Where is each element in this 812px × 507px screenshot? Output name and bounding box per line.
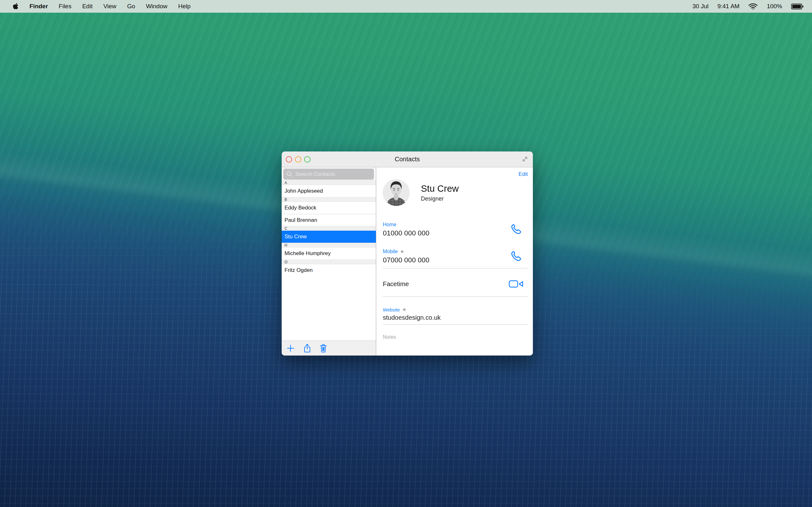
contacts-window: Contacts [282, 152, 533, 355]
window-title: Contacts [282, 156, 533, 163]
trash-icon [319, 343, 327, 353]
notes-field[interactable]: Notes [383, 334, 528, 355]
call-mobile-button[interactable] [510, 250, 523, 263]
facetime-row: Facetime [383, 268, 528, 296]
contact-role: Designer [421, 195, 459, 202]
favorite-star-icon: ★ [402, 307, 406, 313]
contacts-sidebar: A John Appleseed B Eddy Bedock Paul Bren… [282, 167, 376, 355]
menu-clock[interactable]: 9:41 AM [717, 3, 740, 10]
phone-icon [510, 223, 523, 236]
search-area [282, 167, 376, 180]
website-field: Website ★ studoesdesign.co.uk [383, 297, 528, 325]
contact-row-paul-brennan[interactable]: Paul Brennan [282, 214, 376, 226]
battery-icon[interactable] [791, 3, 804, 9]
section-header: B [282, 197, 376, 202]
contact-avatar [383, 179, 409, 206]
contact-name: Stu Crew [421, 183, 459, 194]
phone-icon [510, 250, 523, 263]
website-url: studoesdesign.co.uk [383, 314, 528, 321]
plus-icon [286, 344, 295, 353]
phone-field-home: Home 01000 000 000 [383, 222, 528, 237]
field-label: Mobile [383, 249, 398, 255]
field-label: Website [383, 307, 400, 313]
delete-contact-button[interactable] [319, 343, 327, 353]
menu-item-view[interactable]: View [103, 3, 116, 10]
facetime-call-button[interactable] [509, 280, 523, 288]
contact-row-fritz-ogden[interactable]: Fritz Ogden [282, 264, 376, 276]
menu-item-help[interactable]: Help [178, 3, 191, 10]
phone-number: 07000 000 000 [383, 256, 528, 264]
expand-diagonal-arrows-icon [521, 155, 529, 163]
menu-bar: Finder Files Edit View Go Window Help 30… [0, 0, 812, 13]
battery-percent: 100% [767, 3, 782, 10]
menu-item-files[interactable]: Files [59, 3, 71, 10]
contact-list: A John Appleseed B Eddy Bedock Paul Bren… [282, 180, 376, 341]
add-contact-button[interactable] [286, 344, 295, 353]
video-camera-icon [509, 280, 523, 288]
menu-item-finder[interactable]: Finder [30, 3, 48, 10]
share-icon [303, 343, 311, 353]
section-header: A [282, 180, 376, 185]
apple-icon [13, 3, 19, 10]
edit-button[interactable]: Edit [519, 171, 528, 177]
favorite-star-icon: ★ [400, 249, 404, 255]
section-header: O [282, 260, 376, 264]
section-header: C [282, 226, 376, 231]
apple-menu[interactable] [13, 3, 19, 10]
contact-detail-pane: Edit [376, 167, 533, 355]
contact-row-michelle-humphrey[interactable]: Michelle Humphrey [282, 247, 376, 260]
menu-item-edit[interactable]: Edit [82, 3, 93, 10]
phone-field-mobile: Mobile ★ 07000 000 000 [383, 249, 528, 268]
expand-fullscreen-button[interactable] [521, 155, 529, 163]
share-contact-button[interactable] [303, 343, 311, 353]
call-home-button[interactable] [510, 223, 523, 236]
menu-date[interactable]: 30 Jul [693, 3, 709, 10]
phone-number: 01000 000 000 [383, 229, 528, 237]
menu-item-go[interactable]: Go [127, 3, 135, 10]
sidebar-toolbar [282, 341, 376, 355]
contact-row-eddy-bedock[interactable]: Eddy Bedock [282, 202, 376, 214]
separator [383, 325, 528, 325]
title-bar[interactable]: Contacts [282, 152, 533, 167]
wifi-icon[interactable] [748, 3, 758, 10]
contact-row-john-appleseed[interactable]: John Appleseed [282, 185, 376, 197]
search-input[interactable] [283, 169, 374, 180]
menu-item-window[interactable]: Window [146, 3, 167, 10]
section-header: H [282, 243, 376, 247]
contact-row-stu-crew[interactable]: Stu Crew [282, 231, 376, 243]
facetime-label: Facetime [383, 280, 409, 288]
field-label: Home [383, 222, 397, 228]
